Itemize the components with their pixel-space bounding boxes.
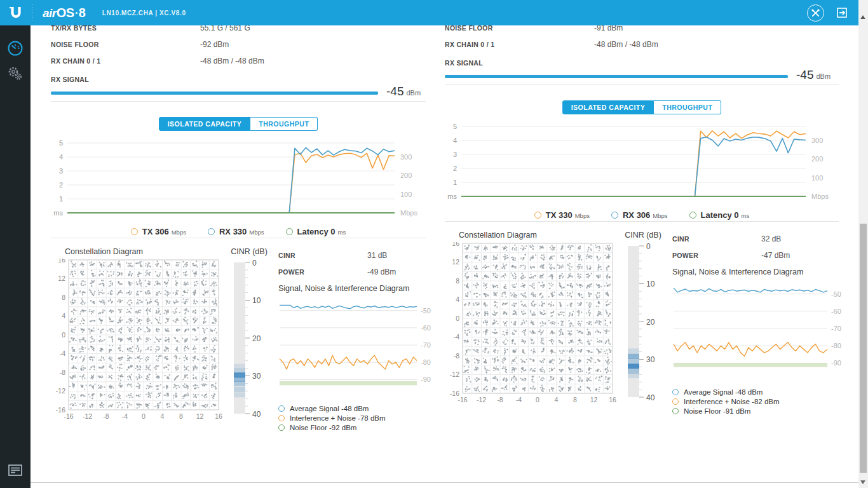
cinr-row: CINR 32 dB [672, 231, 849, 247]
svg-text:100: 100 [811, 174, 823, 182]
dashboard-gauge-icon [7, 40, 24, 57]
snr-diagram-title: Signal, Noise & Interference Diagram [278, 284, 438, 298]
svg-text:4: 4 [456, 295, 459, 303]
rx-swatch-icon [611, 212, 618, 219]
svg-text:200: 200 [811, 155, 823, 163]
scrollbar-thumb[interactable] [860, 224, 867, 473]
logout-button[interactable] [836, 6, 848, 19]
bottom-divider [31, 482, 858, 483]
legend-item-rx[interactable]: RX 306 Mbps [611, 210, 668, 220]
legend-item-tx[interactable]: TX 330 Mbps [534, 210, 590, 220]
snr-legend-noise-floor[interactable]: Noise Floor -91 dBm [672, 406, 849, 416]
capacity-legend: TX 330 Mbps RX 306 Mbps Latency 0 ms [445, 208, 839, 221]
legend-item-latency[interactable]: Latency 0 ms [286, 227, 346, 236]
legend-item-tx[interactable]: TX 306 Mbps [131, 227, 186, 236]
svg-text:10: 10 [646, 280, 655, 288]
svg-text:8: 8 [179, 412, 183, 420]
ubiquiti-logo-icon[interactable] [0, 4, 31, 22]
avg-signal-swatch-icon [278, 405, 285, 412]
sidebar-item-dashboard[interactable] [0, 36, 31, 61]
scroll-up-arrow-icon[interactable] [860, 15, 865, 19]
airos-logo-version: 8 [79, 6, 86, 20]
svg-text:12: 12 [452, 258, 459, 266]
svg-text:16: 16 [215, 412, 222, 420]
rx-signal-label: RX SIGNAL [445, 59, 594, 67]
stat-value: -92 dBm [200, 40, 229, 49]
legend-item-rx[interactable]: RX 330 Mbps [208, 227, 264, 236]
svg-text:-4: -4 [516, 396, 522, 403]
capacity-chart: 12345ms100200300Mbps [445, 123, 834, 207]
svg-text:-12: -12 [83, 412, 92, 420]
svg-text:16: 16 [609, 396, 616, 403]
divider [445, 85, 839, 85]
stat-value: -48 dBm / -48 dBm [594, 40, 658, 49]
stat-label: NOISE FLOOR [51, 41, 200, 48]
tab-isolated-capacity[interactable]: ISOLATED CAPACITY [159, 117, 251, 131]
tx-swatch-icon [131, 228, 138, 235]
constellation-diagram: -16-12-8-40481216-16-12-8-40481216 [51, 259, 224, 428]
tab-throughput[interactable]: THROUGHPUT [250, 117, 318, 131]
interference-swatch-icon [278, 415, 285, 421]
svg-text:8: 8 [62, 294, 65, 301]
tools-button[interactable] [807, 4, 824, 22]
vertical-scrollbar[interactable] [858, 0, 868, 488]
svg-text:10: 10 [252, 296, 261, 305]
constellation-title: Constellation Diagram [445, 231, 618, 242]
rx-signal-label: RX SIGNAL [51, 76, 200, 83]
cinr-gauge-title: CINR (dB) [623, 231, 663, 242]
svg-text:4: 4 [453, 137, 457, 144]
svg-text:-50: -50 [421, 307, 431, 315]
stat-value: -48 dBm / -48 dBm [200, 57, 264, 65]
svg-text:12: 12 [196, 412, 204, 420]
svg-text:4: 4 [59, 153, 63, 161]
svg-text:ms: ms [447, 193, 457, 200]
divider [51, 238, 426, 238]
signal-info-block: CINR 31 dB POWER -49 dBm Signal, Noise &… [278, 247, 438, 432]
snr-legend: Average Signal -48 dBm Interference + No… [278, 403, 438, 432]
tab-throughput[interactable]: THROUGHPUT [654, 100, 721, 114]
rx-signal-bar [445, 75, 788, 78]
svg-text:-8: -8 [497, 396, 503, 403]
svg-text:Mbps: Mbps [400, 209, 417, 217]
svg-text:-4: -4 [454, 333, 459, 341]
svg-text:-60: -60 [831, 308, 841, 315]
interference-swatch-icon [672, 398, 679, 405]
device-panel-remote: NOISE FLOOR -91 dBm RX CHAIN 0 / 1 -48 d… [445, 20, 839, 432]
sidebar-item-console-log[interactable] [0, 458, 31, 483]
legend-item-latency[interactable]: Latency 0 ms [689, 210, 750, 220]
svg-text:-90: -90 [831, 359, 841, 367]
snr-legend-average-signal[interactable]: Average Signal -48 dBm [672, 387, 849, 396]
signal-info-block: CINR 32 dB POWER -47 dBm Signal, Noise &… [672, 231, 849, 416]
svg-text:-12: -12 [56, 387, 65, 395]
noise-floor-swatch-icon [278, 424, 285, 431]
tab-isolated-capacity[interactable]: ISOLATED CAPACITY [562, 100, 654, 114]
svg-text:300: 300 [400, 153, 412, 161]
svg-text:3: 3 [453, 151, 457, 158]
svg-text:200: 200 [400, 172, 412, 179]
svg-text:1: 1 [453, 179, 457, 186]
snr-legend-interference[interactable]: Interference + Noise -82 dBm [672, 396, 849, 406]
divider [51, 101, 426, 102]
snr-diagram-title: Signal, Noise & Interference Diagram [672, 268, 849, 281]
power-row: POWER -49 dBm [278, 264, 438, 280]
snr-legend-average-signal[interactable]: Average Signal -48 dBm [278, 403, 438, 413]
svg-text:8: 8 [573, 396, 577, 403]
svg-text:-50: -50 [831, 290, 841, 298]
sidebar-item-settings[interactable] [0, 61, 31, 86]
stat-row-rx-chain: RX CHAIN 0 / 1 -48 dBm / -48 dBm [445, 36, 839, 53]
latency-swatch-icon [286, 228, 293, 235]
rx-signal-value: -45 dBm [386, 85, 421, 98]
svg-text:-70: -70 [831, 325, 841, 332]
svg-text:12: 12 [58, 274, 65, 282]
svg-text:0: 0 [62, 331, 65, 339]
avg-signal-swatch-icon [672, 389, 679, 395]
scroll-down-arrow-icon[interactable] [860, 480, 865, 484]
snr-legend-noise-floor[interactable]: Noise Floor -92 dBm [278, 423, 438, 432]
stat-row-rx-chain: RX CHAIN 0 / 1 -48 dBm / -48 dBm [51, 53, 426, 69]
cinr-gauge-block: CINR (dB) 010203040 [623, 231, 663, 416]
svg-text:30: 30 [252, 372, 261, 381]
svg-text:4: 4 [555, 396, 559, 403]
latency-swatch-icon [689, 212, 696, 219]
snr-legend-interference[interactable]: Interference + Noise -78 dBm [278, 413, 438, 423]
svg-text:4: 4 [62, 312, 65, 320]
